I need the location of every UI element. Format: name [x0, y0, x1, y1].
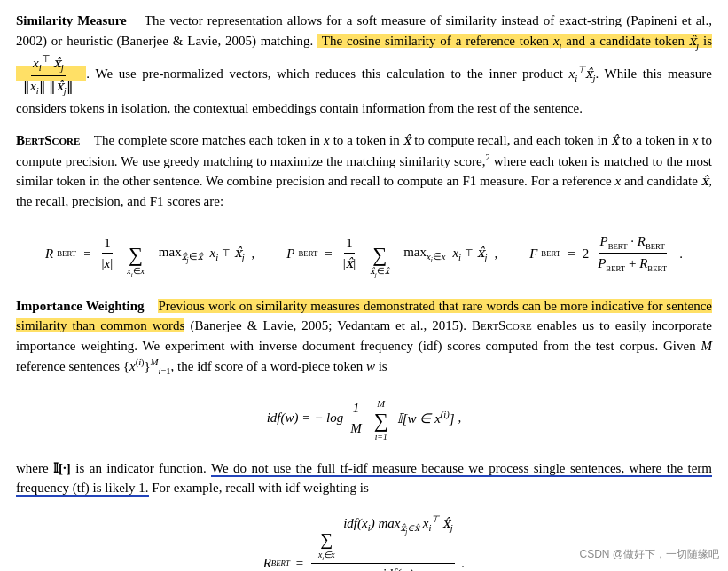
cosine-formula: xi⊤ x̂j ‖xi‖ ‖x̂j‖ — [21, 52, 75, 98]
bertscore-equations: RBERT = 1 |x| M ∑ xi∈x maxx̂j∈x̂ xi⊤x̂j … — [16, 227, 712, 279]
bertscore-section: BertScore The complete score matches eac… — [16, 130, 712, 279]
similarity-title: Similarity Measure — [16, 13, 127, 27]
indicator-text3: For example, recall with idf weighting i… — [152, 481, 369, 495]
bertscore-title: BertScore — [16, 133, 80, 147]
watermark: CSDN @做好下，一切随缘吧 — [579, 546, 719, 562]
importance-title: Importance Weighting — [16, 299, 145, 313]
similarity-text4: . We use pre-normalized vectors, which r… — [16, 66, 712, 114]
recall-equation: RBERT = 1 |x| M ∑ xi∈x maxx̂j∈x̂ xi⊤x̂j … — [45, 227, 254, 279]
indicator-paragraph: where 𝕀[·] is an indicator function. We … — [16, 458, 712, 498]
bertscore-text: The complete score matches each token in… — [16, 133, 712, 208]
importance-section: Importance Weighting Previous work on si… — [16, 296, 712, 571]
similarity-section: Similarity Measure The vector representa… — [16, 11, 712, 118]
similarity-paragraph: Similarity Measure The vector representa… — [16, 11, 712, 118]
importance-paragraph: Importance Weighting Previous work on si… — [16, 296, 712, 379]
bertscore-paragraph: BertScore The complete score matches eac… — [16, 130, 712, 211]
precision-equation: PBERT = 1 |x̂| M ∑ x̂j∈x̂ maxxi∈x xi⊤x̂j… — [286, 227, 497, 279]
f1-equation: FBERT = 2 PBERT · RBERT PBERT + RBERT . — [529, 231, 683, 277]
idf-equation: idf(w) = − log 1 M M ∑ i=1 𝕀[w ∈ x(i)] , — [16, 393, 712, 444]
rbert-idf-equation: RBERT = a ∑ xi∈x idf(xi) maxx̂j∈x̂ xi⊤ x… — [16, 512, 712, 571]
indicator-text1: where 𝕀[·] is an indicator function. — [16, 461, 207, 475]
